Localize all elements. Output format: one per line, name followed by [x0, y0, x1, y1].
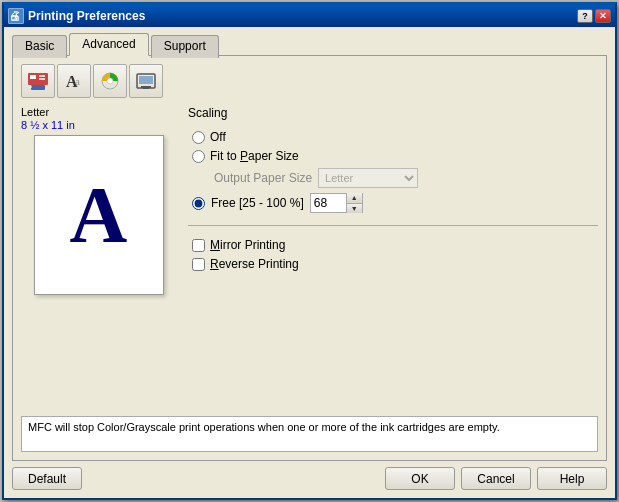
- scaling-free-item: Free [25 - 100 %] 68 ▲ ▼: [192, 193, 598, 213]
- mirror-printing-checkbox[interactable]: [192, 239, 205, 252]
- free-value-spinner: 68 ▲ ▼: [310, 193, 363, 213]
- status-text: MFC will stop Color/Grayscale print oper…: [28, 421, 500, 433]
- mirror-printing-label: Mirror Printing: [210, 238, 285, 252]
- scaling-free-radio[interactable]: [192, 197, 205, 210]
- preview-letter: A: [70, 175, 128, 255]
- color-icon: [99, 70, 121, 92]
- tab-bar: Basic Advanced Support: [12, 33, 607, 56]
- scaling-fit-label: Fit to Paper Size: [210, 149, 299, 163]
- ok-button[interactable]: OK: [385, 467, 455, 490]
- options-panel: Scaling Off Fit to Paper Size: [188, 106, 598, 408]
- spin-up-button[interactable]: ▲: [347, 193, 362, 203]
- color-button[interactable]: [93, 64, 127, 98]
- paper-size-label: Letter: [21, 106, 176, 118]
- output-size-label: Output Paper Size: [214, 171, 312, 185]
- tab-support[interactable]: Support: [151, 35, 219, 58]
- toolbar: A a: [21, 64, 598, 98]
- preview-panel: Letter 8 ½ x 11 in A: [21, 106, 176, 408]
- tab-basic[interactable]: Basic: [12, 35, 67, 58]
- divider: [188, 225, 598, 226]
- reverse-printing-label: Reverse Printing: [210, 257, 299, 271]
- scaling-label: Scaling: [188, 106, 598, 120]
- spin-down-button[interactable]: ▼: [347, 203, 362, 214]
- content-area: Letter 8 ½ x 11 in A Scaling Off: [21, 106, 598, 408]
- font-button[interactable]: A a: [57, 64, 91, 98]
- preview-paper: A: [34, 135, 164, 295]
- close-button[interactable]: ✕: [595, 9, 611, 23]
- help-button[interactable]: ?: [577, 9, 593, 23]
- window-icon: 🖨: [8, 8, 24, 24]
- output-size-select[interactable]: Letter: [318, 168, 418, 188]
- tab-advanced[interactable]: Advanced: [69, 33, 148, 56]
- svg-rect-1: [30, 75, 36, 79]
- device-button[interactable]: [129, 64, 163, 98]
- scaling-fit-radio[interactable]: [192, 150, 205, 163]
- reverse-printing-item: Reverse Printing: [192, 257, 598, 271]
- printing-options-group: Mirror Printing Reverse Printing: [192, 238, 598, 271]
- svg-rect-11: [139, 76, 153, 84]
- title-bar-buttons: ? ✕: [577, 9, 611, 23]
- print-quality-button[interactable]: [21, 64, 55, 98]
- status-bar: MFC will stop Color/Grayscale print oper…: [21, 416, 598, 452]
- free-value-input[interactable]: 68: [311, 194, 346, 212]
- print-quality-icon: [27, 70, 49, 92]
- font-icon: A a: [63, 70, 85, 92]
- main-window: 🖨 Printing Preferences ? ✕ Basic Advance…: [2, 2, 617, 500]
- window-body: Basic Advanced Support: [4, 27, 615, 498]
- scaling-off-radio[interactable]: [192, 131, 205, 144]
- scaling-fit-item: Fit to Paper Size: [192, 149, 598, 163]
- svg-rect-4: [31, 85, 45, 90]
- bottom-button-row: Default OK Cancel Help: [12, 467, 607, 490]
- window-title: Printing Preferences: [28, 9, 573, 23]
- output-size-row: Output Paper Size Letter: [214, 168, 598, 188]
- help-bottom-button[interactable]: Help: [537, 467, 607, 490]
- spinner-buttons: ▲ ▼: [346, 193, 362, 213]
- cancel-button[interactable]: Cancel: [461, 467, 531, 490]
- mirror-printing-item: Mirror Printing: [192, 238, 598, 252]
- svg-rect-13: [143, 88, 149, 89]
- tab-content: A a: [12, 55, 607, 461]
- svg-rect-12: [141, 86, 151, 88]
- default-button[interactable]: Default: [12, 467, 82, 490]
- scaling-off-label: Off: [210, 130, 226, 144]
- title-bar: 🖨 Printing Preferences ? ✕: [4, 5, 615, 27]
- scaling-radio-group: Off Fit to Paper Size Output Paper Size …: [192, 130, 598, 213]
- reverse-printing-checkbox[interactable]: [192, 258, 205, 271]
- svg-text:a: a: [75, 75, 80, 87]
- svg-point-9: [107, 78, 113, 84]
- device-icon: [135, 70, 157, 92]
- scaling-off-item: Off: [192, 130, 598, 144]
- paper-dimensions: 8 ½ x 11 in: [21, 119, 176, 131]
- scaling-free-label: Free [25 - 100 %]: [211, 196, 304, 210]
